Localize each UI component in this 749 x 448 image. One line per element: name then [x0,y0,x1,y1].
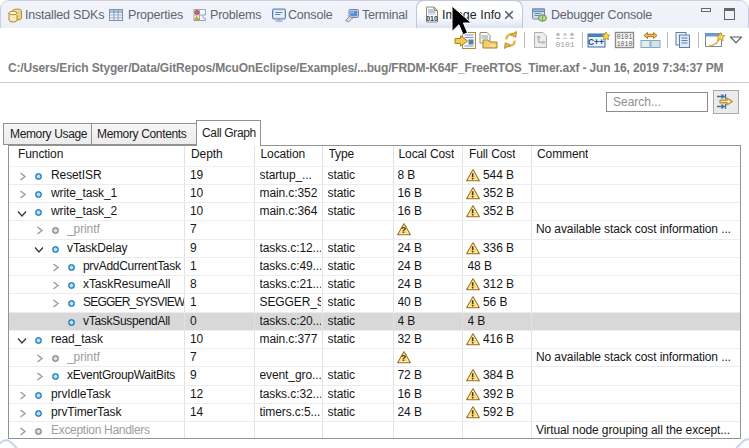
svg-text:0101: 0101 [555,40,574,49]
svg-text:?: ? [401,225,407,235]
svg-text:010: 010 [426,15,438,22]
svg-text:C++: C++ [588,37,604,47]
svg-text:1010: 1010 [617,41,633,48]
svg-text:?: ? [401,353,407,363]
